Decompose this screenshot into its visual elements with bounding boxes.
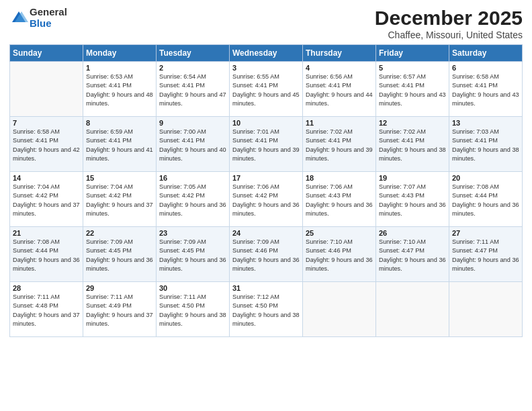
calendar-cell: 17Sunrise: 7:06 AMSunset: 4:42 PMDayligh… [230,172,303,227]
day-info: Sunrise: 6:55 AMSunset: 4:41 PMDaylight:… [232,73,300,108]
calendar-cell [303,282,376,337]
day-info: Sunrise: 7:11 AMSunset: 4:47 PMDaylight:… [452,238,519,273]
day-number: 26 [379,229,446,237]
logo-icon [9,9,28,28]
day-info: Sunrise: 7:07 AMSunset: 4:43 PMDaylight:… [379,183,446,218]
day-info: Sunrise: 7:00 AMSunset: 4:41 PMDaylight:… [159,128,226,163]
calendar-cell [376,282,449,337]
page-container: General Blue December 2025 Chaffee, Miss… [0,0,532,342]
calendar-cell: 22Sunrise: 7:09 AMSunset: 4:45 PMDayligh… [83,227,157,282]
day-info: Sunrise: 7:04 AMSunset: 4:42 PMDaylight:… [86,183,153,218]
day-info: Sunrise: 6:56 AMSunset: 4:41 PMDaylight:… [306,73,373,108]
day-number: 31 [232,284,300,292]
day-info: Sunrise: 7:02 AMSunset: 4:41 PMDaylight:… [379,128,446,163]
day-info: Sunrise: 7:02 AMSunset: 4:41 PMDaylight:… [306,128,373,163]
day-number: 14 [13,174,80,182]
calendar-cell: 26Sunrise: 7:10 AMSunset: 4:47 PMDayligh… [376,227,449,282]
day-number: 27 [452,229,519,237]
calendar-cell: 19Sunrise: 7:07 AMSunset: 4:43 PMDayligh… [376,172,449,227]
calendar-cell: 7Sunrise: 6:58 AMSunset: 4:41 PMDaylight… [10,117,83,172]
header-row: SundayMondayTuesdayWednesdayThursdayFrid… [10,45,523,62]
day-info: Sunrise: 7:12 AMSunset: 4:50 PMDaylight:… [232,293,300,328]
calendar-cell: 28Sunrise: 7:11 AMSunset: 4:48 PMDayligh… [10,282,83,337]
week-row-2: 7Sunrise: 6:58 AMSunset: 4:41 PMDaylight… [10,117,523,172]
day-number: 7 [13,119,80,127]
calendar-table: SundayMondayTuesdayWednesdayThursdayFrid… [9,44,523,337]
day-number: 15 [86,174,153,182]
day-info: Sunrise: 7:09 AMSunset: 4:45 PMDaylight:… [86,238,153,273]
calendar-cell: 9Sunrise: 7:00 AMSunset: 4:41 PMDaylight… [157,117,230,172]
calendar-cell: 11Sunrise: 7:02 AMSunset: 4:41 PMDayligh… [303,117,376,172]
calendar-cell: 15Sunrise: 7:04 AMSunset: 4:42 PMDayligh… [83,172,157,227]
day-number: 22 [86,229,153,237]
day-number: 13 [452,119,519,127]
calendar-cell: 21Sunrise: 7:08 AMSunset: 4:44 PMDayligh… [10,227,83,282]
header-saturday: Saturday [449,45,523,62]
day-info: Sunrise: 7:11 AMSunset: 4:48 PMDaylight:… [13,293,80,328]
day-info: Sunrise: 6:54 AMSunset: 4:41 PMDaylight:… [159,73,226,108]
calendar-cell: 24Sunrise: 7:09 AMSunset: 4:46 PMDayligh… [230,227,303,282]
day-number: 24 [232,229,300,237]
calendar-cell: 10Sunrise: 7:01 AMSunset: 4:41 PMDayligh… [230,117,303,172]
calendar-cell: 4Sunrise: 6:56 AMSunset: 4:41 PMDaylight… [303,62,376,117]
day-info: Sunrise: 7:04 AMSunset: 4:42 PMDaylight:… [13,183,80,218]
calendar-cell: 2Sunrise: 6:54 AMSunset: 4:41 PMDaylight… [157,62,230,117]
calendar-cell [449,282,523,337]
day-number: 30 [159,284,226,292]
calendar-cell: 14Sunrise: 7:04 AMSunset: 4:42 PMDayligh… [10,172,83,227]
calendar-cell: 30Sunrise: 7:11 AMSunset: 4:50 PMDayligh… [157,282,230,337]
calendar-cell: 5Sunrise: 6:57 AMSunset: 4:41 PMDaylight… [376,62,449,117]
day-info: Sunrise: 7:11 AMSunset: 4:49 PMDaylight:… [86,293,153,328]
week-row-3: 14Sunrise: 7:04 AMSunset: 4:42 PMDayligh… [10,172,523,227]
day-number: 4 [306,64,373,72]
location: Chaffee, Missouri, United States [375,30,523,40]
header-sunday: Sunday [10,45,83,62]
header-tuesday: Tuesday [157,45,230,62]
day-number: 21 [13,229,80,237]
title-block: December 2025 Chaffee, Missouri, United … [375,7,523,40]
day-info: Sunrise: 7:08 AMSunset: 4:44 PMDaylight:… [13,238,80,273]
day-number: 20 [452,174,519,182]
day-info: Sunrise: 7:10 AMSunset: 4:46 PMDaylight:… [306,238,373,273]
day-number: 28 [13,284,80,292]
day-number: 6 [452,64,519,72]
header-friday: Friday [376,45,449,62]
day-info: Sunrise: 6:57 AMSunset: 4:41 PMDaylight:… [379,73,446,108]
day-number: 23 [159,229,226,237]
day-info: Sunrise: 6:58 AMSunset: 4:41 PMDaylight:… [452,73,519,108]
day-info: Sunrise: 7:09 AMSunset: 4:45 PMDaylight:… [159,238,226,273]
day-number: 19 [379,174,446,182]
day-info: Sunrise: 7:11 AMSunset: 4:50 PMDaylight:… [159,293,226,328]
header-monday: Monday [83,45,157,62]
calendar-cell: 29Sunrise: 7:11 AMSunset: 4:49 PMDayligh… [83,282,157,337]
calendar-cell: 25Sunrise: 7:10 AMSunset: 4:46 PMDayligh… [303,227,376,282]
day-number: 2 [159,64,226,72]
day-number: 5 [379,64,446,72]
day-number: 16 [159,174,226,182]
month-title: December 2025 [375,7,523,29]
calendar-cell: 27Sunrise: 7:11 AMSunset: 4:47 PMDayligh… [449,227,523,282]
day-info: Sunrise: 7:05 AMSunset: 4:42 PMDaylight:… [159,183,226,218]
day-number: 11 [306,119,373,127]
day-info: Sunrise: 6:53 AMSunset: 4:41 PMDaylight:… [86,73,153,108]
day-number: 12 [379,119,446,127]
day-number: 8 [86,119,153,127]
header: General Blue December 2025 Chaffee, Miss… [9,7,523,40]
day-info: Sunrise: 7:10 AMSunset: 4:47 PMDaylight:… [379,238,446,273]
day-info: Sunrise: 6:59 AMSunset: 4:41 PMDaylight:… [86,128,153,163]
day-number: 3 [232,64,300,72]
week-row-5: 28Sunrise: 7:11 AMSunset: 4:48 PMDayligh… [10,282,523,337]
calendar-cell: 12Sunrise: 7:02 AMSunset: 4:41 PMDayligh… [376,117,449,172]
calendar-cell: 18Sunrise: 7:06 AMSunset: 4:43 PMDayligh… [303,172,376,227]
day-info: Sunrise: 7:06 AMSunset: 4:42 PMDaylight:… [232,183,300,218]
logo-general: General [30,7,67,18]
logo: General Blue [9,7,67,29]
day-info: Sunrise: 7:09 AMSunset: 4:46 PMDaylight:… [232,238,300,273]
day-info: Sunrise: 7:06 AMSunset: 4:43 PMDaylight:… [306,183,373,218]
day-info: Sunrise: 7:01 AMSunset: 4:41 PMDaylight:… [232,128,300,163]
day-number: 18 [306,174,373,182]
calendar-cell: 20Sunrise: 7:08 AMSunset: 4:44 PMDayligh… [449,172,523,227]
calendar-cell: 6Sunrise: 6:58 AMSunset: 4:41 PMDaylight… [449,62,523,117]
day-info: Sunrise: 6:58 AMSunset: 4:41 PMDaylight:… [13,128,80,163]
week-row-1: 1Sunrise: 6:53 AMSunset: 4:41 PMDaylight… [10,62,523,117]
